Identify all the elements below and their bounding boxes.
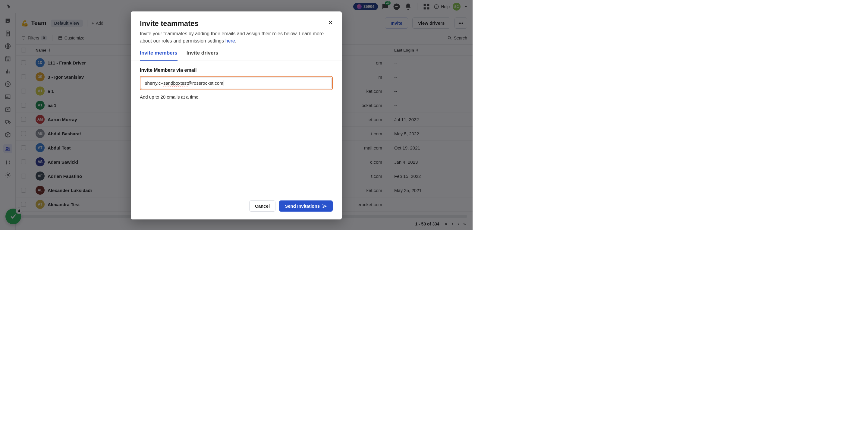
tab-invite-members[interactable]: Invite members	[140, 50, 178, 61]
modal-subtitle: Invite your teammates by adding their em…	[140, 30, 333, 44]
cancel-button[interactable]: Cancel	[249, 201, 276, 212]
email-hint: Add up to 20 emails at a time.	[140, 94, 333, 99]
tab-invite-drivers[interactable]: Invite drivers	[187, 50, 218, 61]
spellcheck-underline: sandboxtest	[163, 81, 188, 86]
send-invitations-button[interactable]: Send Invitations	[279, 201, 333, 212]
email-field-label: Invite Members via email	[140, 67, 333, 73]
learn-more-link[interactable]: here	[225, 38, 235, 43]
invite-modal: Invite teammates ✕ Invite your teammates…	[131, 11, 342, 219]
modal-overlay[interactable]: Invite teammates ✕ Invite your teammates…	[0, 0, 472, 230]
email-input-highlight: sherry.c+sandboxtest@roserocket.com	[140, 76, 333, 90]
close-icon[interactable]: ✕	[328, 19, 333, 28]
modal-title: Invite teammates	[140, 19, 198, 28]
modal-tabs: Invite members Invite drivers	[131, 44, 342, 61]
send-icon	[322, 204, 327, 209]
send-label: Send Invitations	[285, 204, 320, 209]
text-cursor	[224, 81, 224, 86]
email-input[interactable]: sherry.c+sandboxtest@roserocket.com	[141, 77, 332, 89]
